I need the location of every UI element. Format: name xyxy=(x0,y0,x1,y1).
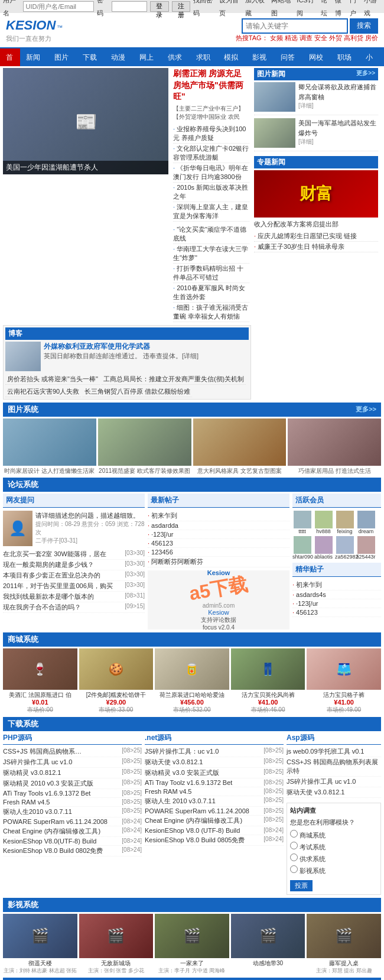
poll-vote-button[interactable]: 投票 xyxy=(290,880,313,891)
pic-news-more: 更多>> xyxy=(356,69,375,79)
pwd-input[interactable] xyxy=(112,1,147,12)
blog-desc: 英国日邮称数目邮连邮连维通过。 违奉查提体。[详细] xyxy=(44,352,198,361)
game-link[interactable]: 小游戏 xyxy=(364,0,381,20)
blog-title: 外媒称叙利亚政府军使用化学武器 xyxy=(44,342,198,352)
logo-tm: ™ xyxy=(57,24,63,31)
more-news-item[interactable]: 云南祀石远灾害90人失救 xyxy=(5,387,81,397)
watermark-area: Kesiow a5下载 admin5.com Kesiow 支持评论数据 foc… xyxy=(148,570,289,629)
film-title-2: 无敌新城场 xyxy=(79,959,154,967)
pic-item-1: 时尚家居设计 达人打造慵懒生活家 xyxy=(3,418,96,475)
nav-anime[interactable]: 动漫频道 xyxy=(105,48,134,66)
more-news-item[interactable]: 工商总局局长：推建立开发商严重失信(彻)关机制 xyxy=(102,374,246,385)
forum-avatar: 👤 xyxy=(3,511,32,546)
nav-home[interactable]: 首页 xyxy=(0,48,20,66)
dl-item: Fresh RAM v4.5[08>25] xyxy=(145,787,284,796)
download-system-section: 下载系统 PHP源码 CSS+JS 韩国商品购物系列表展示特[08>25] JS… xyxy=(3,717,381,895)
search-input[interactable] xyxy=(242,18,348,34)
forum-link[interactable]: 论坛 xyxy=(321,0,332,20)
poll-option-1: 商城系统 xyxy=(290,830,378,840)
dl-item: ATi Tray Toolz v1.6.9.1372 Bet[08>25] xyxy=(145,778,284,787)
best-post-item: · ·123[/ur xyxy=(292,599,381,608)
search-button[interactable]: 搜索 xyxy=(350,18,378,34)
more-news-item[interactable]: 长三角钢贸八百停原 借款亿额纷纷难 xyxy=(83,387,192,397)
film-icon-3: 🎬 xyxy=(183,927,201,944)
member-item: za562982 xyxy=(335,536,354,560)
film-icon-4: 🎬 xyxy=(259,927,277,944)
right-news-title-2: 美国一海军基地武器站发生爆炸号 xyxy=(298,118,378,138)
net-list: JS碎片操作工具：uc v1.0[08>25] 驱动天使 v3.0.812.1[… xyxy=(145,747,284,846)
nav-qa[interactable]: 问答中心 xyxy=(275,48,303,66)
top-news-section: 📰 美国一少年因滥湖船遭节杀人 刷需正潮 房源充足 房地产市场"供需两旺" 【主… xyxy=(3,68,381,400)
dl-item: 驱动精灵 2010 v0.3 安装正式版[08>25] xyxy=(3,778,142,789)
shop-thumb-3: 🥫 xyxy=(155,648,229,690)
film-title-4: 动感地带30 xyxy=(231,959,305,967)
portal-link[interactable]: 门户 xyxy=(350,0,361,20)
find-pwd-link[interactable]: 找回密码 xyxy=(193,0,216,20)
pic-system-title: 图片系统 xyxy=(8,404,38,415)
member-item: dream xyxy=(356,511,376,534)
film-thumb-2: 🎬 xyxy=(79,914,154,958)
pic-news-title: 图片新闻 xyxy=(257,69,285,79)
slideshow[interactable]: 📰 美国一少年因滥湖船遭节杀人 xyxy=(3,68,168,174)
latest-posts-col: 最新帖子 · 初来乍到 · asdardda · ·123[/ur · 4561… xyxy=(148,494,289,629)
nav-game[interactable]: 小游戏 xyxy=(360,48,384,66)
asp-item: CSS+JS 韩国商品购物系列表展示特 xyxy=(287,757,381,777)
dl-item: KesionEShop V8.0 Build 0802免费[08>24] xyxy=(3,846,142,856)
film-thumb-3: 🎬 xyxy=(155,914,229,958)
asp-item: 驱动天使 v3.0.812.1 xyxy=(287,787,381,798)
best-posts-title: 精华贴子 xyxy=(292,563,381,577)
nav-film[interactable]: 影视频道 xyxy=(246,48,275,66)
set-home-link[interactable]: 设为首页 xyxy=(219,0,242,20)
news-item: · 2010s 新闻出版改革决胜之年 xyxy=(173,183,249,202)
nav-pic[interactable]: 图片频道 xyxy=(48,48,77,66)
dl-item: Cheat Engine (内存编辑修改工具)[08>25] xyxy=(145,816,284,826)
more-news-area: 房价若抬头 或将迎来"当头一棒" 工商总局局长：推建立开发商严重失信(彻)关机制… xyxy=(5,374,249,397)
friend-links-section: 友情链接 申请链接>> 您的位置Your Link 您的位置Your Link … xyxy=(3,978,381,980)
more-news-item[interactable]: 房价若抬头 或将迎来"当头一棒" xyxy=(5,374,100,385)
add-favorite-link[interactable]: 加入收藏 xyxy=(245,0,268,20)
shop-price-4: ¥41.00 xyxy=(231,699,305,706)
download-cols: PHP源码 CSS+JS 韩国商品购物系列表展示特[08>25] JS碎片操作工… xyxy=(3,733,381,895)
dl-item: CSS+JS 韩国商品购物系列表展示特[08>25] xyxy=(3,747,142,757)
shop-system-title: 商城系统 xyxy=(8,635,38,644)
register-button[interactable]: 注册 xyxy=(172,1,191,12)
latest-posts-title: 最新帖子 xyxy=(148,494,289,508)
news-item: · 打折季数码精明出招 十件单品不可错过 xyxy=(173,264,249,283)
question-user: 二手停子[03-31] xyxy=(35,537,145,545)
main-content: 📰 美国一少年因滥湖船遭节杀人 刷需正潮 房源充足 房地产市场"供需两旺" 【主… xyxy=(0,66,384,980)
question-meta: 提问时间：08-29 悬赏分：059 浏览：728次 xyxy=(35,520,145,537)
uid-input[interactable] xyxy=(23,1,94,12)
left-news-area: 📰 美国一少年因滥湖船遭节杀人 刷需正潮 房源充足 房地产市场"供需两旺" 【主… xyxy=(3,68,251,400)
ics-link[interactable]: ICS订阅 xyxy=(297,0,318,20)
news-item: · 深圳海上皇富人主，建皇宜是为保客海洋 xyxy=(173,202,249,222)
shop-item-1: 🍷 美酒汇 法国原瓶进口 伯 ¥0.01 市场价:00 xyxy=(3,648,77,714)
nav-shop[interactable]: 网上购物 xyxy=(134,48,162,66)
dl-item: POWARE SuperRam v6.11.24.2008[08>24] xyxy=(3,817,142,826)
film-icon-2: 🎬 xyxy=(107,927,125,944)
blog-section: 博客 外媒称叙利亚政府军使用化学武器 英国日邮称数目邮连邮连维通过。 违奉查提体… xyxy=(3,325,251,400)
special-topic-label: 财富 xyxy=(300,183,333,205)
download-system-title: 下载系统 xyxy=(8,719,38,728)
nav-supply[interactable]: 供求信息 xyxy=(162,48,190,66)
nav-career[interactable]: 职场资讯 xyxy=(331,48,360,66)
friend-links-header: 友情链接 申请链接>> xyxy=(3,978,381,980)
avatar-icon: 👤 xyxy=(9,520,27,537)
nav-jobs[interactable]: 求职招聘 xyxy=(190,48,219,66)
dl-item: 驱动天使 v3.0.812.1[08>25] xyxy=(145,757,284,768)
blog-content: 外媒称叙利亚政府军使用化学武器 英国日邮称数目邮连邮连维通过。 违奉查提体。[详… xyxy=(5,342,249,371)
shop-name-2: [2件免邮]糯麦松馅饼干 xyxy=(79,691,154,699)
news-item: · 业报称养殖母头决到100元 养殖户质疑 xyxy=(173,124,249,144)
net-col-title: .net源码 xyxy=(145,733,284,745)
shop-grid: 🍷 美酒汇 法国原瓶进口 伯 ¥0.01 市场价:00 🍪 [2件免邮]糯麦松馅… xyxy=(3,648,381,714)
nav-news[interactable]: 新闻频道 xyxy=(20,48,48,66)
nav-teacher[interactable]: 网校名师 xyxy=(303,48,331,66)
login-button[interactable]: 登录 xyxy=(150,1,169,12)
news-item: · 文化部认定推广卡02银行容管理系统游艇 xyxy=(173,144,249,163)
nav-download[interactable]: 下载频道 xyxy=(77,48,105,66)
blog-link[interactable]: 微博 xyxy=(335,0,346,20)
dl-item: 驱动人生2010 v3.0.7.11[08>25] xyxy=(3,807,142,817)
latest-post-item: · asdardda xyxy=(148,521,289,530)
nav-exam[interactable]: 模拟考场 xyxy=(218,48,246,66)
sitemap-link[interactable]: 网站地图 xyxy=(271,0,294,20)
film-title-1: 彻遥天楼 xyxy=(3,959,77,967)
